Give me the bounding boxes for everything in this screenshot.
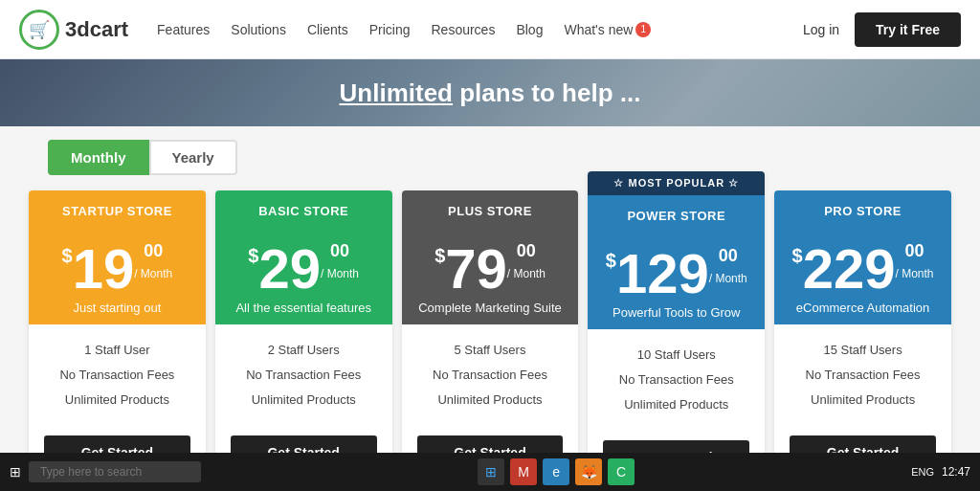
- nav-solutions[interactable]: Solutions: [231, 22, 286, 37]
- nav-blog[interactable]: Blog: [516, 22, 543, 37]
- plan-basic: BASIC STORE $ 29 00 / Month All the esse…: [215, 190, 392, 485]
- hero-text: Unlimited plans to help ...: [340, 78, 641, 108]
- taskbar-icon-1[interactable]: ⊞: [478, 458, 504, 485]
- pricing-section: STARTUP STORE $ 19 00 / Month Just start…: [0, 175, 980, 491]
- basic-cents: 00: [330, 241, 349, 260]
- taskbar-icons: ⊞ M e 🦊 C: [478, 458, 635, 485]
- power-subtitle: Powerful Tools to Grow: [595, 305, 757, 320]
- yearly-toggle[interactable]: Yearly: [149, 140, 237, 175]
- plus-feature-2: No Transaction Fees: [413, 363, 568, 388]
- basic-dollar: $: [248, 245, 258, 267]
- plus-cents: 00: [517, 241, 536, 260]
- taskbar-time: 12:47: [942, 465, 970, 479]
- startup-cents: 00: [144, 241, 163, 260]
- billing-toggle-section: Monthly Yearly: [0, 126, 980, 175]
- plus-amount: 79: [445, 241, 507, 297]
- basic-features: 2 Staff Users No Transaction Fees Unlimi…: [215, 324, 392, 426]
- basic-period: / Month: [321, 267, 359, 280]
- taskbar-right: ENG 12:47: [911, 465, 970, 479]
- startup-period: / Month: [134, 267, 172, 280]
- whats-new-badge: 1: [635, 22, 651, 37]
- taskbar-icon-4[interactable]: 🦊: [575, 458, 602, 485]
- basic-feature-3: Unlimited Products: [227, 388, 381, 413]
- pro-dollar: $: [792, 245, 803, 267]
- power-feature-1: 10 Staff Users: [599, 343, 753, 368]
- plus-features: 5 Staff Users No Transaction Fees Unlimi…: [402, 324, 579, 426]
- plan-plus: PLUS STORE $ 79 00 / Month Complete Mark…: [402, 190, 579, 485]
- plan-power: ☆ MOST POPULAR ☆ POWER STORE $ 129 00 / …: [588, 171, 765, 490]
- basic-amount: 29: [258, 241, 321, 297]
- startup-feature-2: No Transaction Fees: [40, 363, 194, 388]
- pro-feature-2: No Transaction Fees: [786, 363, 940, 388]
- basic-feature-1: 2 Staff Users: [227, 338, 381, 363]
- startup-subtitle: Just starting out: [36, 301, 198, 315]
- windows-icon[interactable]: ⊞: [10, 464, 21, 480]
- power-period: / Month: [709, 272, 747, 285]
- pro-subtitle: eCommerce Automation: [782, 301, 944, 315]
- startup-dollar: $: [62, 245, 73, 267]
- pro-feature-1: 15 Staff Users: [786, 338, 940, 363]
- power-dollar: $: [606, 250, 616, 272]
- nav-whats-new[interactable]: What's new 1: [564, 22, 651, 37]
- logo-icon: 🛒: [19, 10, 59, 50]
- plan-pro: PRO STORE $ 229 00 / Month eCommerce Aut…: [774, 190, 951, 485]
- startup-features: 1 Staff User No Transaction Fees Unlimit…: [29, 324, 206, 426]
- plus-period: / Month: [507, 267, 546, 280]
- pro-features: 15 Staff Users No Transaction Fees Unlim…: [774, 324, 951, 426]
- nav-pricing[interactable]: Pricing: [369, 22, 411, 37]
- taskbar-icon-5[interactable]: C: [608, 458, 635, 485]
- pro-cents: 00: [905, 241, 924, 260]
- pricing-grid: STARTUP STORE $ 19 00 / Month Just start…: [29, 190, 951, 490]
- startup-feature-1: 1 Staff User: [40, 338, 194, 363]
- try-free-button[interactable]: Try it Free: [855, 12, 961, 47]
- pro-period: / Month: [896, 267, 934, 280]
- navbar: 🛒 3dcart Features Solutions Clients Pric…: [0, 0, 980, 59]
- monthly-toggle[interactable]: Monthly: [48, 140, 149, 175]
- plus-price-block: $ 79 00 / Month Complete Marketing Suite: [402, 228, 579, 324]
- taskbar-icon-2[interactable]: M: [510, 458, 537, 485]
- nav-clients[interactable]: Clients: [307, 22, 348, 37]
- pro-amount: 229: [803, 241, 896, 297]
- taskbar-search[interactable]: [29, 461, 201, 482]
- login-link[interactable]: Log in: [803, 22, 839, 37]
- pro-feature-3: Unlimited Products: [786, 388, 940, 413]
- startup-header: STARTUP STORE: [29, 190, 206, 228]
- plus-feature-1: 5 Staff Users: [413, 338, 568, 363]
- plus-subtitle: Complete Marketing Suite: [410, 301, 571, 315]
- pro-price-block: $ 229 00 / Month eCommerce Automation: [774, 228, 951, 324]
- logo[interactable]: 🛒 3dcart: [19, 10, 128, 50]
- power-cents: 00: [719, 246, 738, 265]
- nav-actions: Log in Try it Free: [803, 12, 961, 47]
- startup-feature-3: Unlimited Products: [40, 388, 194, 413]
- taskbar: ⊞ ⊞ M e 🦊 C ENG 12:47: [0, 453, 980, 491]
- hero-underline: Unlimited: [340, 78, 453, 107]
- power-feature-2: No Transaction Fees: [599, 368, 753, 392]
- plus-feature-3: Unlimited Products: [413, 388, 568, 413]
- basic-feature-2: No Transaction Fees: [227, 363, 381, 388]
- nav-resources[interactable]: Resources: [431, 22, 495, 37]
- basic-header: BASIC STORE: [215, 190, 392, 228]
- power-amount: 129: [616, 246, 709, 301]
- plus-dollar: $: [434, 245, 445, 267]
- taskbar-status: ENG: [911, 466, 934, 478]
- taskbar-left: ⊞: [10, 461, 201, 482]
- nav-features[interactable]: Features: [157, 22, 210, 37]
- power-price-block: $ 129 00 / Month Powerful Tools to Grow: [588, 233, 765, 329]
- plus-header: PLUS STORE: [402, 190, 579, 228]
- power-header: POWER STORE: [588, 195, 765, 233]
- basic-subtitle: All the essential features: [223, 301, 385, 315]
- basic-price-block: $ 29 00 / Month All the essential featur…: [215, 228, 392, 324]
- power-features: 10 Staff Users No Transaction Fees Unlim…: [588, 329, 765, 431]
- power-feature-3: Unlimited Products: [599, 392, 753, 417]
- taskbar-icon-3[interactable]: e: [543, 458, 569, 485]
- pro-header: PRO STORE: [774, 190, 951, 228]
- hero-banner: Unlimited plans to help ...: [0, 59, 980, 126]
- plan-startup: STARTUP STORE $ 19 00 / Month Just start…: [29, 190, 206, 485]
- logo-text: 3dcart: [65, 17, 128, 42]
- nav-links: Features Solutions Clients Pricing Resou…: [157, 22, 803, 37]
- popular-banner: ☆ MOST POPULAR ☆: [588, 171, 765, 195]
- startup-price-block: $ 19 00 / Month Just starting out: [29, 228, 206, 324]
- startup-amount: 19: [73, 241, 135, 297]
